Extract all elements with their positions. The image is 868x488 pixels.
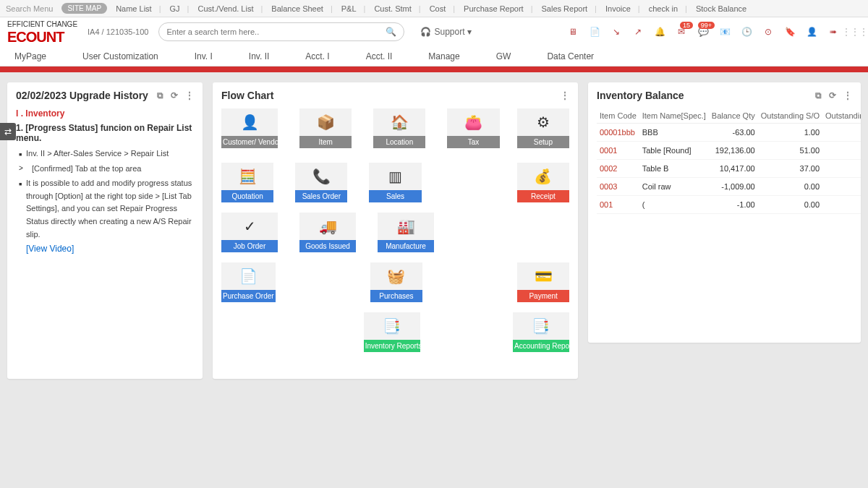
top-link[interactable]: Balance Sheet <box>271 4 332 13</box>
refresh-icon[interactable]: ⟳ <box>171 90 178 100</box>
docs-icon: 📑 <box>364 312 420 340</box>
nav-item[interactable]: MyPage <box>14 51 46 61</box>
target-icon[interactable]: ⊙ <box>762 26 774 38</box>
search-menu-label[interactable]: Search Menu <box>6 4 53 13</box>
flow-chart-panel: Flow Chart ⋮ 👤Customer/ Vendor 📦Item 🏠Lo… <box>213 82 578 379</box>
flow-tax[interactable]: 👛Tax <box>447 108 499 148</box>
logout-icon[interactable]: ➠ <box>827 26 839 38</box>
cell-name: Coil raw <box>639 178 709 196</box>
table-row[interactable]: 0002Table B10,417.0037.000.00 <box>597 160 861 178</box>
flow-job-order[interactable]: ✓Job Order <box>221 213 278 252</box>
nav-item[interactable]: GW <box>496 51 511 61</box>
top-link[interactable]: Name List <box>116 4 161 13</box>
top-link[interactable]: P&L <box>341 4 366 13</box>
nav-item[interactable]: User Customization <box>82 51 158 61</box>
barcode-icon: ▥ <box>369 163 421 190</box>
popout-icon[interactable]: ⧉ <box>157 90 163 100</box>
cell-so: 0.00 <box>758 196 822 214</box>
flow-manufacture[interactable]: 🏭Manufacture <box>378 213 434 252</box>
table-row[interactable]: 001(-1.000.000.00 <box>597 196 861 214</box>
factory-icon: 🏭 <box>378 213 434 240</box>
top-link[interactable]: Invoice <box>605 4 640 13</box>
cell-bal: -1.00 <box>709 196 758 214</box>
search-icon[interactable]: 🔍 <box>386 27 396 37</box>
cell-bal: -1,009.00 <box>709 178 758 196</box>
flow-quotation[interactable]: 🧮Quotation <box>221 163 273 202</box>
top-link[interactable]: Purchase Report <box>464 4 532 13</box>
house-icon: 🏠 <box>373 108 425 136</box>
top-link[interactable]: Stock Balance <box>696 4 746 13</box>
popout-icon[interactable]: ⧉ <box>815 90 822 100</box>
upgrade-item: [Confirmed] Tab at the top area <box>19 163 194 176</box>
account-id: IA4 / 121035-100 <box>88 27 148 36</box>
support-button[interactable]: 🎧 Support ▾ <box>420 27 472 37</box>
flow-goods-issued[interactable]: 🚚Goods Issued <box>299 213 356 252</box>
bell-icon[interactable]: 🔔 <box>654 26 665 38</box>
table-row[interactable]: 0001Table [Round]192,136.0051.000.00 <box>597 142 861 160</box>
col-header[interactable]: Item Name[Spec.] <box>639 108 709 124</box>
mail-icon[interactable]: ✉15 <box>676 26 687 38</box>
arrow-in-icon[interactable]: ↘ <box>610 26 622 38</box>
search-box[interactable]: 🔍 <box>158 22 404 41</box>
panel-title: Flow Chart <box>221 90 273 101</box>
col-header[interactable]: Item Code <box>597 108 639 124</box>
top-link[interactable]: Sales Report <box>542 4 597 13</box>
cell-bal: 192,136.00 <box>709 142 758 160</box>
more-icon[interactable]: ⋮ <box>561 90 569 100</box>
chat-icon[interactable]: 💬99+ <box>697 26 709 38</box>
view-video-link[interactable]: [View Video] <box>26 244 194 254</box>
flow-item[interactable]: 📦Item <box>299 108 352 148</box>
nav-item[interactable]: Inv. I <box>195 51 213 61</box>
cell-po: 0.00 <box>822 124 861 142</box>
upgrade-item: Inv. II > After-Sales Service > Repair L… <box>19 147 194 160</box>
clock-icon[interactable]: 🕒 <box>741 26 752 38</box>
more-icon[interactable]: ⋮ <box>185 90 194 100</box>
table-row[interactable]: 0003Coil raw-1,009.000.000.00 <box>597 178 861 196</box>
nav-item[interactable]: Acct. II <box>366 51 393 61</box>
top-link[interactable]: check in <box>649 4 687 13</box>
flow-receipt[interactable]: 💰Receipt <box>517 163 569 202</box>
flow-sales-order[interactable]: 📞Sales Order <box>295 163 347 202</box>
nav-item[interactable]: Inv. II <box>249 51 269 61</box>
top-link[interactable]: Cust./Vend. List <box>197 4 263 13</box>
table-row[interactable]: 00001bbbBBB-63.001.000.00 <box>597 124 861 142</box>
envelope-icon[interactable]: 📧 <box>719 26 731 38</box>
arrow-out-icon[interactable]: ↗ <box>632 26 644 38</box>
flow-purchases[interactable]: 🧺Purchases <box>370 262 422 302</box>
flow-location[interactable]: 🏠Location <box>373 108 425 148</box>
top-link[interactable]: Cost <box>430 4 455 13</box>
flow-sales[interactable]: ▥Sales <box>369 163 421 202</box>
side-toggle[interactable]: ⇄ <box>0 123 16 140</box>
flow-setup[interactable]: ⚙Setup <box>517 108 569 148</box>
add-doc-icon[interactable]: 📄 <box>589 26 600 38</box>
doc-out-icon: 📄 <box>221 262 276 290</box>
top-link[interactable]: GJ <box>170 4 190 13</box>
col-header[interactable]: Outstanding S/O <box>758 108 822 124</box>
refresh-icon[interactable]: ⟳ <box>829 90 836 100</box>
cell-so: 1.00 <box>758 124 822 142</box>
flow-accounting-reports[interactable]: 📑Accounting Reports <box>513 312 569 352</box>
flow-customer-vendor[interactable]: 👤Customer/ Vendor <box>221 108 278 148</box>
col-header[interactable]: Outstanding P/O <box>822 108 861 124</box>
nav-menu: MyPage User Customization Inv. I Inv. II… <box>0 46 868 67</box>
phone-icon: 📞 <box>295 163 347 190</box>
inventory-balance-panel: Inventory Balance ⧉ ⟳ ⋮ Item Code Item N… <box>588 82 861 343</box>
more-icon[interactable]: ⋮ <box>843 90 852 100</box>
inventory-table: Item Code Item Name[Spec.] Balance Qty O… <box>597 108 861 214</box>
flow-inventory-reports[interactable]: 📑Inventory Reports <box>364 312 420 352</box>
top-link[interactable]: Cust. Stmt <box>374 4 420 13</box>
flow-purchase-order[interactable]: 📄Purchase Order <box>221 262 276 302</box>
truck-icon: 🚚 <box>299 213 356 240</box>
apps-icon[interactable]: ⋮⋮⋮ <box>849 26 861 38</box>
col-header[interactable]: Balance Qty <box>709 108 758 124</box>
flow-payment[interactable]: 💳Payment <box>517 262 569 302</box>
user-icon[interactable]: 👤 <box>806 26 817 38</box>
nav-item[interactable]: Acct. I <box>305 51 329 61</box>
nav-item[interactable]: Manage <box>428 51 459 61</box>
bookmark-icon[interactable]: 🔖 <box>784 26 796 38</box>
search-input[interactable] <box>166 27 386 36</box>
cell-name: BBB <box>639 124 709 142</box>
nav-item[interactable]: Data Center <box>547 51 594 61</box>
monitor-icon[interactable]: 🖥 <box>567 26 579 38</box>
sitemap-button[interactable]: SITE MAP <box>61 3 107 14</box>
